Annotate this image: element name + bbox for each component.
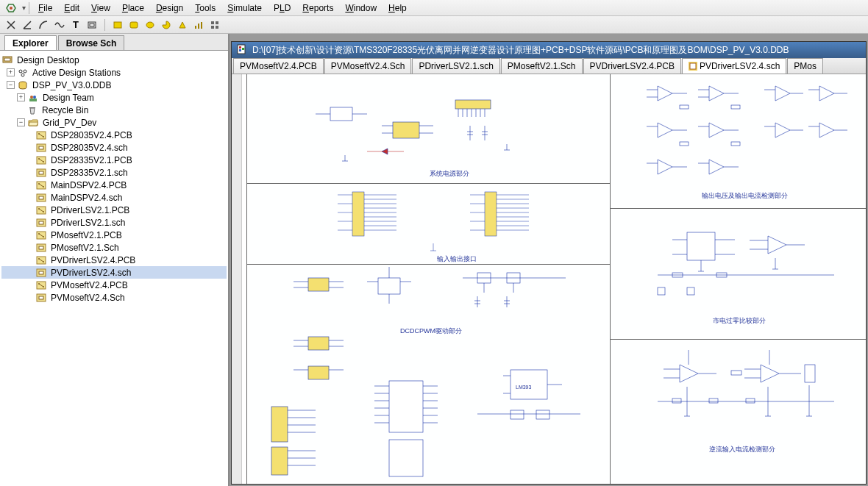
dropdown-icon[interactable]: ▾ xyxy=(22,4,26,12)
svg-rect-148 xyxy=(378,278,400,294)
svg-rect-42 xyxy=(39,196,43,199)
menu-simulate[interactable]: Simulate xyxy=(221,1,268,15)
menu-help[interactable]: Help xyxy=(383,1,413,15)
tab-pvmoseft-sch[interactable]: PVMoseftV2.4.Sch xyxy=(324,58,412,74)
ellipse-icon[interactable] xyxy=(143,18,157,32)
chart-icon[interactable] xyxy=(192,18,205,32)
document-area: D:\[07]技术创新\设计资源\TMS320F28335光伏离网并网逆变器设计… xyxy=(230,34,868,486)
sine-icon[interactable] xyxy=(53,18,66,32)
svg-rect-9 xyxy=(198,24,199,29)
sch-file-icon xyxy=(35,193,47,203)
app-logo-icon xyxy=(4,2,18,14)
svg-text:系统电源部分: 系统电源部分 xyxy=(430,170,469,177)
tree-file[interactable]: PDriverLSV2.1.PCB xyxy=(1,204,227,216)
pcb-file-icon xyxy=(35,280,47,290)
tree-file[interactable]: DSP28335V2.1.PCB xyxy=(1,154,227,166)
svg-rect-73 xyxy=(330,107,352,121)
svg-rect-36 xyxy=(39,171,43,174)
stations-icon xyxy=(17,68,29,78)
database-icon xyxy=(17,80,29,90)
svg-rect-265 xyxy=(746,399,755,403)
tab-pmoseft-sch[interactable]: PMoseftV2.1.Sch xyxy=(501,58,583,74)
round-rect-icon[interactable] xyxy=(127,18,140,32)
polygon-icon[interactable] xyxy=(176,18,189,32)
menu-file[interactable]: File xyxy=(32,1,58,15)
tree-stations[interactable]: + Active Design Stations xyxy=(1,66,227,79)
tab-explorer[interactable]: Explorer xyxy=(4,35,57,50)
sch-file-icon xyxy=(35,143,47,153)
tree-file[interactable]: PVDriverLSV2.4.PCB xyxy=(1,254,227,266)
rect-fill-icon[interactable] xyxy=(111,18,124,32)
svg-rect-4 xyxy=(114,22,121,28)
pcb-file-icon xyxy=(35,255,47,265)
svg-rect-24 xyxy=(29,107,35,108)
collapse-icon[interactable]: − xyxy=(17,118,25,126)
tab-pvdriverls-pcb[interactable]: PVDriverLSV2.4.PCB xyxy=(583,58,681,74)
sch-file-icon xyxy=(35,218,47,228)
tree-file[interactable]: MainDSPV2.4.sch xyxy=(1,191,227,204)
doc-icon xyxy=(236,44,248,56)
menu-view[interactable]: View xyxy=(85,1,116,15)
document-title-bar[interactable]: D:\[07]技术创新\设计资源\TMS320F28335光伏离网并网逆变器设计… xyxy=(232,42,866,58)
tree-root[interactable]: Design Desktop xyxy=(1,54,227,66)
project-tree[interactable]: Design Desktop + Active Design Stations … xyxy=(0,51,228,486)
svg-rect-72 xyxy=(690,63,696,69)
svg-rect-177 xyxy=(389,440,423,476)
tree-file[interactable]: PDriverLSV2.1.sch xyxy=(1,216,227,229)
tree-file[interactable]: DSP28035V2.4.PCB xyxy=(1,129,227,141)
menu-design[interactable]: Design xyxy=(150,1,189,15)
tab-pmos-partial[interactable]: PMos xyxy=(787,58,823,74)
svg-rect-11 xyxy=(211,21,214,24)
menu-pld[interactable]: PLD xyxy=(268,1,296,15)
expand-icon[interactable]: + xyxy=(7,68,15,76)
tab-browse-sch[interactable]: Browse Sch xyxy=(58,35,125,50)
svg-point-18 xyxy=(24,70,26,73)
pie-icon[interactable] xyxy=(160,18,173,32)
schematic-ruler xyxy=(232,74,242,484)
pcb-file-icon xyxy=(35,205,47,215)
tab-pdriverls-sch[interactable]: PDriverLSV2.1.sch xyxy=(412,58,499,74)
svg-rect-249 xyxy=(658,287,665,295)
tree-file[interactable]: PVMoseftV2.4.Sch xyxy=(1,291,227,304)
tree-file[interactable]: PMoseftV2.1.Sch xyxy=(1,241,227,254)
angle-icon[interactable] xyxy=(21,18,34,32)
text-icon[interactable]: T xyxy=(69,18,82,32)
sch-file-icon xyxy=(35,243,47,253)
tree-file[interactable]: MainDSPV2.4.PCB xyxy=(1,179,227,191)
desktop-icon xyxy=(1,55,13,65)
recycle-icon xyxy=(26,105,38,115)
collapse-icon[interactable]: − xyxy=(7,81,15,89)
tree-file[interactable]: PVDriverLSV2.4.sch xyxy=(1,266,227,279)
menu-window[interactable]: Window xyxy=(339,1,383,15)
arc-icon[interactable] xyxy=(37,18,50,32)
menu-reports[interactable]: Reports xyxy=(296,1,339,15)
menu-edit[interactable]: Edit xyxy=(58,1,85,15)
menu-tools[interactable]: Tools xyxy=(189,1,221,15)
tree-file[interactable]: DSP28335V2.1.sch xyxy=(1,166,227,179)
tree-ddb[interactable]: − DSP_PV_V3.0.DDB xyxy=(1,79,227,91)
tree-team[interactable]: + Design Team xyxy=(1,91,227,104)
svg-rect-8 xyxy=(195,26,196,29)
menu-place[interactable]: Place xyxy=(116,1,150,15)
tree-file[interactable]: DSP28035V2.4.sch xyxy=(1,141,227,154)
grid-icon[interactable] xyxy=(208,18,221,32)
tree-file[interactable]: PVMoseftV2.4.PCB xyxy=(1,279,227,291)
toolbar: T xyxy=(0,16,868,34)
svg-rect-69 xyxy=(239,49,241,51)
svg-rect-233 xyxy=(687,232,715,260)
tab-pvdriverls-sch[interactable]: PVDriverLSV2.4.sch xyxy=(682,58,786,74)
svg-rect-190 xyxy=(271,447,288,475)
tree-folder[interactable]: − Grid_PV_Dev xyxy=(1,116,227,129)
frame-icon[interactable] xyxy=(85,18,99,32)
schematic-canvas[interactable]: 系统电源部分 xyxy=(232,74,866,484)
tree-file[interactable]: PMoseftV2.1.PCB xyxy=(1,229,227,241)
svg-point-19 xyxy=(21,74,24,76)
tab-pvmoseft-pcb[interactable]: PVMoseftV2.4.PCB xyxy=(233,58,324,74)
expand-icon[interactable]: + xyxy=(17,93,25,101)
tree-recycle[interactable]: Recycle Bin xyxy=(1,104,227,116)
svg-rect-182 xyxy=(511,410,524,419)
schematic-block-io: 输入输出接口 xyxy=(338,185,602,265)
svg-rect-48 xyxy=(39,221,43,224)
cross-icon[interactable] xyxy=(4,18,18,32)
svg-rect-60 xyxy=(39,271,43,274)
